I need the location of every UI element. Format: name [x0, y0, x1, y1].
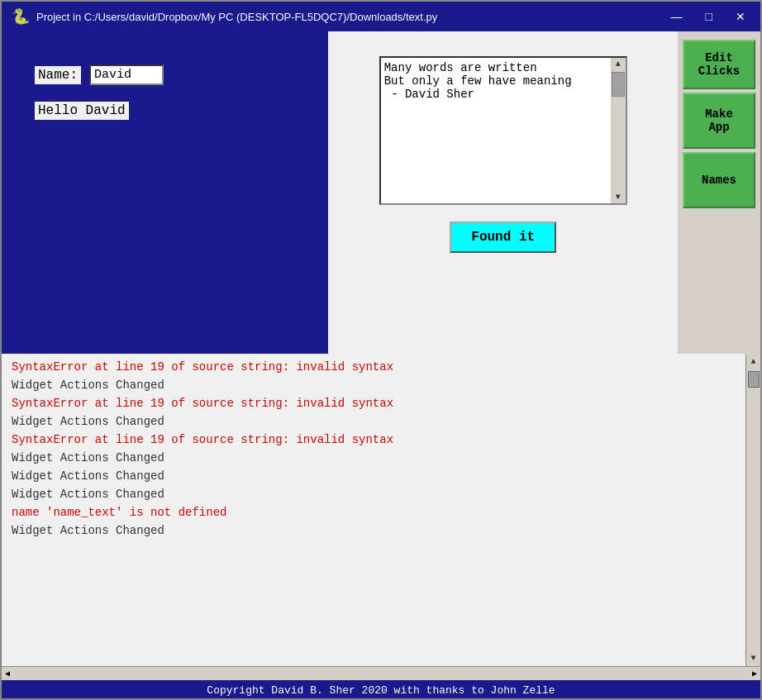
- log-scroll-down[interactable]: ▼: [749, 650, 757, 666]
- log-scroll-up[interactable]: ▲: [749, 354, 757, 369]
- log-entry: SyntaxError at line 19 of source string:…: [12, 360, 736, 374]
- text-area-wrap: Many words are written But only a few ha…: [379, 56, 627, 205]
- maximize-button[interactable]: □: [701, 8, 717, 25]
- hello-text: Hello David: [35, 102, 129, 120]
- log-normal-text: Widget Actions Changed: [12, 488, 164, 501]
- log-scrollbar[interactable]: ▲ ▼: [745, 354, 760, 666]
- name-label: Name:: [35, 66, 81, 84]
- log-entry: Widget Actions Changed: [12, 469, 736, 483]
- titlebar-title: Project in C:/Users/david/Dropbox/My PC …: [36, 11, 437, 23]
- bottom-scrollbar[interactable]: ◀ ▶: [2, 666, 760, 680]
- log-entry: Widget Actions Changed: [12, 451, 736, 464]
- footer-text: Copyright David B. Sher 2020 with thanks…: [207, 684, 555, 697]
- main-wrapper: Name: Hello David Many words are written…: [2, 31, 760, 700]
- log-entry: name 'name_text' is not defined: [12, 506, 736, 519]
- log-normal-text: Widget Actions Changed: [12, 524, 164, 537]
- left-panel: Name: Hello David: [2, 31, 328, 354]
- scroll-up-arrow[interactable]: ▲: [614, 58, 622, 70]
- log-error-text: name 'name_text' is not defined: [12, 506, 226, 519]
- log-scroll-wrap: SyntaxError at line 19 of source string:…: [2, 354, 760, 666]
- titlebar-controls: — □ ✕: [666, 8, 750, 25]
- log-error-text: SyntaxError at line 19 of source string:…: [12, 433, 393, 446]
- log-entry: Widget Actions Changed: [12, 488, 736, 501]
- titlebar-left: 🐍 Project in C:/Users/david/Dropbox/My P…: [12, 7, 437, 26]
- center-panel: Many words are written But only a few ha…: [328, 31, 678, 354]
- make-app-button[interactable]: MakeApp: [683, 93, 755, 149]
- edit-clicks-button[interactable]: EditClicks: [683, 40, 755, 89]
- log-normal-text: Widget Actions Changed: [12, 415, 164, 428]
- close-button[interactable]: ✕: [731, 8, 750, 25]
- log-entry: Widget Actions Changed: [12, 379, 736, 392]
- top-section: Name: Hello David Many words are written…: [2, 31, 760, 354]
- log-entry: SyntaxError at line 19 of source string:…: [12, 433, 736, 446]
- log-entry: Widget Actions Changed: [12, 524, 736, 537]
- log-error-text: SyntaxError at line 19 of source string:…: [12, 360, 393, 374]
- names-button[interactable]: Names: [683, 152, 755, 208]
- name-row: Name:: [35, 64, 164, 85]
- scrollbar-thumb[interactable]: [612, 72, 625, 97]
- scroll-right-arrow[interactable]: ▶: [749, 667, 760, 680]
- python-icon: 🐍: [12, 7, 30, 26]
- log-scrollbar-thumb[interactable]: [748, 371, 760, 388]
- log-normal-text: Widget Actions Changed: [12, 451, 164, 464]
- log-normal-text: Widget Actions Changed: [12, 379, 164, 392]
- found-it-button[interactable]: Found it: [450, 221, 556, 253]
- vertical-scrollbar[interactable]: ▲ ▼: [611, 58, 626, 203]
- name-input[interactable]: [89, 64, 164, 85]
- titlebar: 🐍 Project in C:/Users/david/Dropbox/My P…: [2, 2, 760, 31]
- main-textarea[interactable]: Many words are written But only a few ha…: [381, 58, 611, 203]
- minimize-button[interactable]: —: [666, 8, 688, 25]
- scroll-left-arrow[interactable]: ◀: [2, 667, 13, 680]
- log-content: SyntaxError at line 19 of source string:…: [2, 354, 745, 666]
- log-entry: Widget Actions Changed: [12, 415, 736, 428]
- log-normal-text: Widget Actions Changed: [12, 469, 164, 483]
- right-panel: EditClicks MakeApp Names: [678, 31, 760, 354]
- footer: Copyright David B. Sher 2020 with thanks…: [2, 680, 760, 700]
- scroll-down-arrow[interactable]: ▼: [614, 191, 622, 203]
- log-error-text: SyntaxError at line 19 of source string:…: [12, 397, 393, 410]
- log-entry: SyntaxError at line 19 of source string:…: [12, 397, 736, 410]
